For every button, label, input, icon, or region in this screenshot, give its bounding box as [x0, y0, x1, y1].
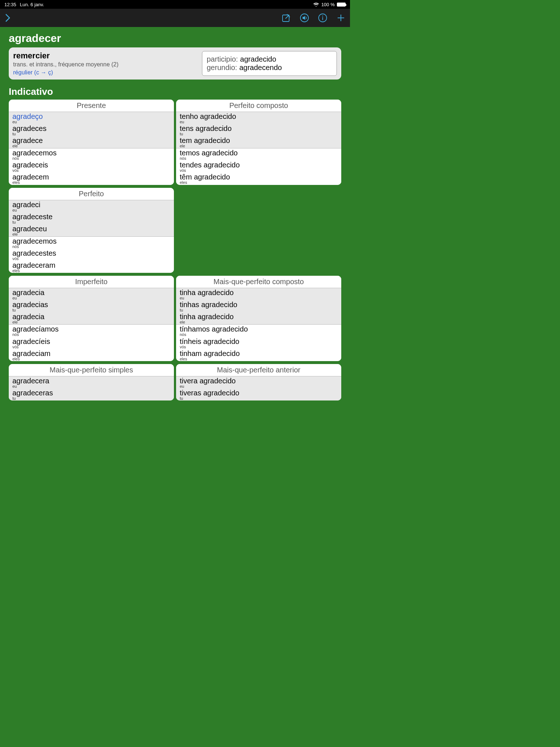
- tense-perfcomp: Perfeito composto tenho agradecidoeu ten…: [176, 100, 341, 185]
- conj-form: agradeceste: [12, 213, 52, 221]
- speaker-icon[interactable]: [300, 13, 309, 23]
- verb-meta: trans. et intrans., fréquence moyenne (2…: [13, 61, 196, 68]
- wifi-icon: [313, 2, 319, 7]
- battery-icon: [337, 3, 346, 7]
- conj-form: temos agradecido: [180, 149, 238, 157]
- conj-form: agradecia: [12, 289, 44, 297]
- conj-form: agradece: [12, 136, 43, 144]
- svg-marker-4: [303, 16, 305, 20]
- conj-form: têm agradecido: [180, 173, 230, 181]
- tense-imperfeito: Imperfeito agradeciaeu agradeciastu agra…: [9, 276, 174, 361]
- conj-form: agradeço: [12, 112, 43, 120]
- battery-pct: 100 %: [321, 2, 335, 7]
- tense-title: Presente: [9, 100, 174, 112]
- back-icon[interactable]: [4, 13, 11, 23]
- conj-form: tínheis agradecido: [180, 337, 239, 345]
- tense-perfeito: Perfeito agradecieu agradecestetu agrade…: [9, 188, 174, 273]
- conj-form: agradecemos: [12, 149, 57, 157]
- conj-form: agradecemos: [12, 237, 57, 245]
- conj-form: tens agradecido: [180, 124, 232, 132]
- conj-form: agradecestes: [12, 249, 56, 257]
- conj-form: tendes agradecido: [180, 161, 240, 169]
- tense-grid: Presente agradeçoeu agradecestu agradece…: [9, 100, 341, 401]
- conj-form: tinha agradecido: [180, 313, 234, 321]
- conj-form: agradeces: [12, 124, 46, 132]
- conj-form: agradecia: [12, 313, 44, 321]
- conj-form: tinhas agradecido: [180, 301, 237, 309]
- conj-form: tinham agradecido: [180, 349, 240, 357]
- conj-form: agradecíamos: [12, 325, 59, 333]
- conj-form: tivera agradecido: [180, 377, 236, 385]
- regularity-link[interactable]: régulier (c → ç): [13, 69, 196, 76]
- add-icon[interactable]: [336, 13, 346, 23]
- participio-value: agradecido: [240, 55, 276, 63]
- conj-form: agradecíeis: [12, 337, 50, 345]
- info-card: remercier trans. et intrans., fréquence …: [9, 47, 341, 80]
- info-icon[interactable]: [318, 13, 327, 23]
- svg-line-2: [285, 15, 289, 19]
- tense-mqpcomp: Mais-que-perfeito composto tinha agradec…: [176, 276, 341, 361]
- compose-icon[interactable]: [281, 13, 291, 23]
- verb-title: agradecer: [9, 32, 341, 44]
- conj-form: agradeciam: [12, 349, 51, 357]
- status-bar: 12:35 Lun. 6 janv. 100 %: [0, 0, 350, 9]
- tense-mqpanterior: Mais-que-perfeito anterior tivera agrade…: [176, 364, 341, 400]
- tense-title: Mais-que-perfeito anterior: [176, 364, 341, 376]
- mood-title: Indicativo: [9, 86, 341, 97]
- conj-form: agradecem: [12, 173, 49, 181]
- conj-form: agradeceras: [12, 389, 53, 397]
- conj-form: tenho agradecido: [180, 112, 236, 120]
- tense-mqpsimples: Mais-que-perfeito simples agradeceraeu a…: [9, 364, 174, 400]
- conj-form: agradeci: [12, 201, 40, 209]
- conj-form: tinha agradecido: [180, 289, 234, 297]
- tense-title: Perfeito: [9, 188, 174, 200]
- conj-form: agradeceis: [12, 161, 48, 169]
- tense-title: Mais-que-perfeito simples: [9, 364, 174, 376]
- conj-form: agradecera: [12, 377, 49, 385]
- conj-form: tiveras agradecido: [180, 389, 239, 397]
- conj-form: tínhamos agradecido: [180, 325, 248, 333]
- conj-form: agradecias: [12, 301, 48, 309]
- conj-form: agradeceu: [12, 225, 47, 233]
- translation: remercier: [13, 51, 196, 61]
- tense-title: Imperfeito: [9, 276, 174, 288]
- conj-form: agradeceram: [12, 261, 55, 269]
- status-time: 12:35: [4, 2, 16, 7]
- nav-bar: [0, 9, 350, 27]
- gerundio-label: gerundio:: [207, 63, 237, 72]
- tense-title: Mais-que-perfeito composto: [176, 276, 341, 288]
- svg-point-6: [322, 16, 323, 16]
- tense-presente: Presente agradeçoeu agradecestu agradece…: [9, 100, 174, 185]
- participio-label: participio:: [207, 55, 238, 63]
- participle-box: participio: agradecido gerundio: agradec…: [202, 51, 337, 76]
- status-date: Lun. 6 janv.: [20, 2, 44, 7]
- conj-form: tem agradecido: [180, 136, 230, 144]
- gerundio-value: agradecendo: [239, 63, 282, 72]
- tense-title: Perfeito composto: [176, 100, 341, 112]
- empty-slot: [176, 188, 341, 274]
- content-area: agradecer remercier trans. et intrans., …: [0, 27, 350, 401]
